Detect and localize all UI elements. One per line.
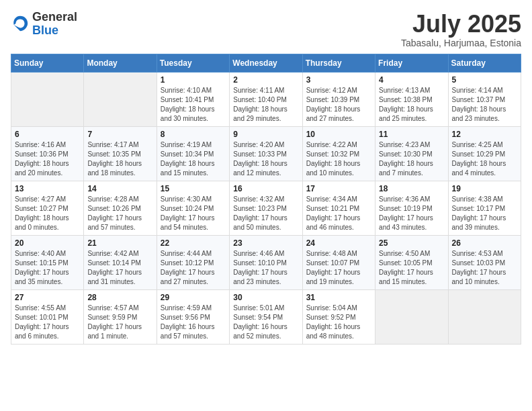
day-info: Sunrise: 4:23 AM Sunset: 10:30 PM Daylig… xyxy=(379,140,444,178)
title-section: July 2025 Tabasalu, Harjumaa, Estonia xyxy=(401,11,521,48)
day-info: Sunrise: 4:42 AM Sunset: 10:14 PM Daylig… xyxy=(87,249,152,287)
weekday-header: Monday xyxy=(84,54,157,72)
calendar-cell: 13Sunrise: 4:27 AM Sunset: 10:27 PM Dayl… xyxy=(11,181,84,235)
day-info: Sunrise: 5:04 AM Sunset: 9:52 PM Dayligh… xyxy=(306,304,371,341)
month-title: July 2025 xyxy=(401,11,521,38)
calendar-cell: 3Sunrise: 4:12 AM Sunset: 10:39 PM Dayli… xyxy=(302,72,375,126)
day-info: Sunrise: 4:11 AM Sunset: 10:40 PM Daylig… xyxy=(233,86,298,124)
calendar-cell: 16Sunrise: 4:32 AM Sunset: 10:23 PM Dayl… xyxy=(230,181,302,235)
day-number: 24 xyxy=(306,238,371,248)
day-info: Sunrise: 4:22 AM Sunset: 10:32 PM Daylig… xyxy=(306,140,371,178)
day-number: 18 xyxy=(379,184,444,193)
calendar-cell xyxy=(448,289,521,344)
calendar-cell: 19Sunrise: 4:38 AM Sunset: 10:17 PM Dayl… xyxy=(448,181,521,235)
day-info: Sunrise: 4:13 AM Sunset: 10:38 PM Daylig… xyxy=(379,86,444,124)
day-info: Sunrise: 5:01 AM Sunset: 9:54 PM Dayligh… xyxy=(233,304,298,341)
calendar-cell: 24Sunrise: 4:48 AM Sunset: 10:07 PM Dayl… xyxy=(302,235,375,289)
calendar-cell: 20Sunrise: 4:40 AM Sunset: 10:15 PM Dayl… xyxy=(11,235,84,289)
day-info: Sunrise: 4:30 AM Sunset: 10:24 PM Daylig… xyxy=(161,195,226,232)
day-number: 11 xyxy=(379,130,444,139)
logo: General Blue xyxy=(11,11,77,38)
day-info: Sunrise: 4:28 AM Sunset: 10:26 PM Daylig… xyxy=(87,195,152,232)
calendar-cell xyxy=(11,72,84,126)
calendar-cell: 10Sunrise: 4:22 AM Sunset: 10:32 PM Dayl… xyxy=(302,126,375,181)
day-number: 20 xyxy=(15,238,80,248)
day-info: Sunrise: 4:57 AM Sunset: 9:59 PM Dayligh… xyxy=(87,304,152,341)
calendar-cell xyxy=(84,72,157,126)
calendar-cell: 7Sunrise: 4:17 AM Sunset: 10:35 PM Dayli… xyxy=(84,126,157,181)
day-number: 7 xyxy=(87,130,152,139)
day-info: Sunrise: 4:55 AM Sunset: 10:01 PM Daylig… xyxy=(15,304,80,341)
calendar-cell: 5Sunrise: 4:14 AM Sunset: 10:37 PM Dayli… xyxy=(448,72,521,126)
logo-text: General Blue xyxy=(32,11,77,38)
day-number: 2 xyxy=(233,75,298,85)
day-number: 22 xyxy=(161,238,226,248)
calendar-cell: 2Sunrise: 4:11 AM Sunset: 10:40 PM Dayli… xyxy=(230,72,302,126)
calendar-cell: 23Sunrise: 4:46 AM Sunset: 10:10 PM Dayl… xyxy=(230,235,302,289)
calendar-cell: 29Sunrise: 4:59 AM Sunset: 9:56 PM Dayli… xyxy=(157,289,229,344)
day-number: 29 xyxy=(161,293,226,302)
day-info: Sunrise: 4:59 AM Sunset: 9:56 PM Dayligh… xyxy=(161,304,226,341)
day-info: Sunrise: 4:16 AM Sunset: 10:36 PM Daylig… xyxy=(15,140,80,178)
day-number: 21 xyxy=(87,238,152,248)
weekday-header: Thursday xyxy=(302,54,375,72)
calendar-week-row: 6Sunrise: 4:16 AM Sunset: 10:36 PM Dayli… xyxy=(11,126,521,181)
day-number: 12 xyxy=(452,130,517,139)
day-info: Sunrise: 4:12 AM Sunset: 10:39 PM Daylig… xyxy=(306,86,371,124)
day-info: Sunrise: 4:25 AM Sunset: 10:29 PM Daylig… xyxy=(452,140,517,178)
day-number: 19 xyxy=(452,184,517,193)
calendar-cell: 27Sunrise: 4:55 AM Sunset: 10:01 PM Dayl… xyxy=(11,289,84,344)
weekday-header-row: SundayMondayTuesdayWednesdayThursdayFrid… xyxy=(11,54,521,72)
calendar-cell: 11Sunrise: 4:23 AM Sunset: 10:30 PM Dayl… xyxy=(375,126,448,181)
calendar-cell: 1Sunrise: 4:10 AM Sunset: 10:41 PM Dayli… xyxy=(157,72,229,126)
calendar-cell: 22Sunrise: 4:44 AM Sunset: 10:12 PM Dayl… xyxy=(157,235,229,289)
logo-general: General xyxy=(32,10,77,24)
day-number: 3 xyxy=(306,75,371,85)
calendar-week-row: 27Sunrise: 4:55 AM Sunset: 10:01 PM Dayl… xyxy=(11,289,521,344)
calendar-cell xyxy=(375,289,448,344)
calendar-cell: 15Sunrise: 4:30 AM Sunset: 10:24 PM Dayl… xyxy=(157,181,229,235)
day-number: 14 xyxy=(87,184,152,193)
calendar-cell: 30Sunrise: 5:01 AM Sunset: 9:54 PM Dayli… xyxy=(230,289,302,344)
calendar-cell: 28Sunrise: 4:57 AM Sunset: 9:59 PM Dayli… xyxy=(84,289,157,344)
day-info: Sunrise: 4:14 AM Sunset: 10:37 PM Daylig… xyxy=(452,86,517,124)
calendar-cell: 17Sunrise: 4:34 AM Sunset: 10:21 PM Dayl… xyxy=(302,181,375,235)
day-number: 25 xyxy=(379,238,444,248)
calendar-cell: 21Sunrise: 4:42 AM Sunset: 10:14 PM Dayl… xyxy=(84,235,157,289)
day-info: Sunrise: 4:10 AM Sunset: 10:41 PM Daylig… xyxy=(161,86,226,124)
day-number: 28 xyxy=(87,293,152,302)
day-number: 9 xyxy=(233,130,298,139)
calendar-cell: 18Sunrise: 4:36 AM Sunset: 10:19 PM Dayl… xyxy=(375,181,448,235)
calendar-cell: 26Sunrise: 4:53 AM Sunset: 10:03 PM Dayl… xyxy=(448,235,521,289)
calendar-week-row: 20Sunrise: 4:40 AM Sunset: 10:15 PM Dayl… xyxy=(11,235,521,289)
day-number: 4 xyxy=(379,75,444,85)
day-number: 5 xyxy=(452,75,517,85)
calendar-table: SundayMondayTuesdayWednesdayThursdayFrid… xyxy=(11,54,521,345)
calendar-cell: 31Sunrise: 5:04 AM Sunset: 9:52 PM Dayli… xyxy=(302,289,375,344)
day-number: 17 xyxy=(306,184,371,193)
day-number: 26 xyxy=(452,238,517,248)
day-info: Sunrise: 4:50 AM Sunset: 10:05 PM Daylig… xyxy=(379,249,444,287)
calendar-cell: 4Sunrise: 4:13 AM Sunset: 10:38 PM Dayli… xyxy=(375,72,448,126)
day-number: 15 xyxy=(161,184,226,193)
day-info: Sunrise: 4:40 AM Sunset: 10:15 PM Daylig… xyxy=(15,249,80,287)
calendar-week-row: 1Sunrise: 4:10 AM Sunset: 10:41 PM Dayli… xyxy=(11,72,521,126)
calendar-body: 1Sunrise: 4:10 AM Sunset: 10:41 PM Dayli… xyxy=(11,72,521,344)
day-number: 30 xyxy=(233,293,298,302)
day-number: 10 xyxy=(306,130,371,139)
page-header: General Blue July 2025 Tabasalu, Harjuma… xyxy=(11,11,521,48)
calendar-cell: 9Sunrise: 4:20 AM Sunset: 10:33 PM Dayli… xyxy=(230,126,302,181)
weekday-header: Saturday xyxy=(448,54,521,72)
logo-blue: Blue xyxy=(32,24,58,37)
calendar-week-row: 13Sunrise: 4:27 AM Sunset: 10:27 PM Dayl… xyxy=(11,181,521,235)
day-number: 8 xyxy=(161,130,226,139)
calendar-cell: 25Sunrise: 4:50 AM Sunset: 10:05 PM Dayl… xyxy=(375,235,448,289)
day-number: 27 xyxy=(15,293,80,302)
calendar-cell: 6Sunrise: 4:16 AM Sunset: 10:36 PM Dayli… xyxy=(11,126,84,181)
weekday-header: Tuesday xyxy=(157,54,229,72)
day-info: Sunrise: 4:32 AM Sunset: 10:23 PM Daylig… xyxy=(233,195,298,232)
day-info: Sunrise: 4:38 AM Sunset: 10:17 PM Daylig… xyxy=(452,195,517,232)
day-info: Sunrise: 4:20 AM Sunset: 10:33 PM Daylig… xyxy=(233,140,298,178)
logo-icon xyxy=(11,15,30,34)
weekday-header: Sunday xyxy=(11,54,84,72)
